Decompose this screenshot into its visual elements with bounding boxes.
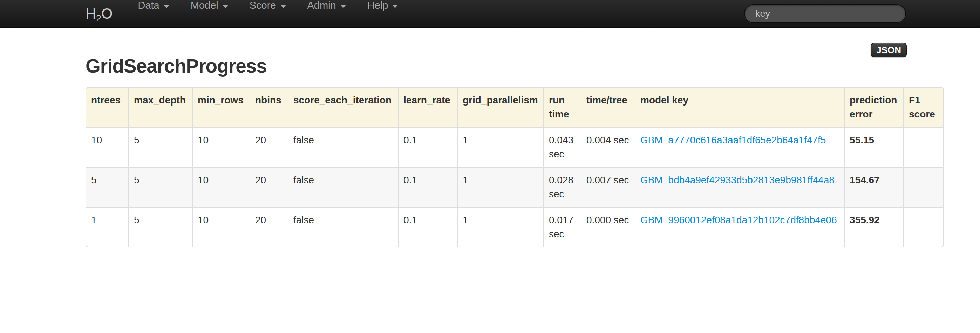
menu-data[interactable]: Data: [127, 0, 180, 11]
grid-search-results-table-wrap: ntrees max_depth min_rows nbins score_ea…: [86, 87, 944, 247]
navbar-search-form: [744, 4, 906, 23]
column-header-learn-rate: learn_rate: [398, 88, 457, 127]
cell-learn-rate: 0.1: [398, 207, 457, 247]
column-header-ntrees: ntrees: [86, 88, 129, 127]
cell-score-each-iteration: false: [288, 127, 398, 167]
menu-score[interactable]: Score: [239, 0, 297, 11]
cell-nbins: 20: [250, 167, 288, 207]
column-header-nbins: nbins: [250, 88, 288, 127]
cell-ntrees: 5: [86, 167, 129, 207]
menu-model[interactable]: Model: [180, 0, 239, 11]
column-header-f1-score: F1 score: [904, 88, 943, 127]
table-row: 10 5 10 20 false 0.1 1 0.043 sec 0.004 s…: [86, 127, 943, 167]
cell-model-key: GBM_a7770c616a3aaf1df65e2b64a1f47f5: [635, 127, 844, 167]
chevron-down-icon: [163, 5, 170, 8]
cell-min-rows: 10: [192, 127, 250, 167]
cell-time-per-tree: 0.007 sec: [581, 167, 635, 207]
cell-learn-rate: 0.1: [398, 167, 457, 207]
key-search-input[interactable]: [744, 4, 906, 23]
cell-ntrees: 1: [86, 207, 129, 247]
chevron-down-icon: [392, 5, 398, 8]
grid-search-results-table: ntrees max_depth min_rows nbins score_ea…: [86, 88, 943, 247]
cell-run-time: 0.017 sec: [544, 207, 581, 247]
column-header-score-each-iteration: score_each_iteration: [288, 88, 398, 127]
model-key-link[interactable]: GBM_9960012ef08a1da12b102c7df8bb4e06: [640, 215, 837, 225]
json-button[interactable]: JSON: [871, 43, 907, 57]
main-content: GridSearchProgress ntrees max_depth min_…: [0, 55, 980, 247]
column-header-grid-parallelism: grid_parallelism: [457, 88, 544, 127]
menu-help[interactable]: Help: [357, 0, 409, 11]
cell-max-depth: 5: [129, 127, 192, 167]
chevron-down-icon: [340, 5, 346, 8]
brand-letter-h: H: [86, 5, 96, 22]
column-header-min-rows: min_rows: [192, 88, 250, 127]
cell-time-per-tree: 0.000 sec: [581, 207, 635, 247]
cell-grid-parallelism: 1: [457, 127, 544, 167]
menu-model-label: Model: [191, 0, 218, 11]
cell-f1-score: [904, 167, 943, 207]
cell-ntrees: 10: [86, 127, 129, 167]
brand-letter-o: O: [101, 5, 113, 22]
cell-min-rows: 10: [192, 167, 250, 207]
cell-grid-parallelism: 1: [457, 167, 544, 207]
cell-model-key: GBM_bdb4a9ef42933d5b2813e9b981ff44a8: [635, 167, 844, 207]
cell-time-per-tree: 0.004 sec: [581, 127, 635, 167]
main-menu: Data Model Score Admin Help: [127, 0, 409, 28]
top-navbar: H2O Data Model Score Admin Help: [0, 0, 980, 28]
cell-min-rows: 10: [192, 207, 250, 247]
cell-max-depth: 5: [129, 207, 192, 247]
menu-help-label: Help: [368, 0, 388, 11]
cell-prediction-error: 55.15: [844, 127, 904, 167]
column-header-run-time: run time: [544, 88, 581, 127]
cell-nbins: 20: [250, 127, 288, 167]
chevron-down-icon: [280, 5, 286, 8]
model-key-link[interactable]: GBM_a7770c616a3aaf1df65e2b64a1f47f5: [640, 135, 826, 145]
cell-model-key: GBM_9960012ef08a1da12b102c7df8bb4e06: [635, 207, 844, 247]
cell-f1-score: [904, 207, 943, 247]
cell-nbins: 20: [250, 207, 288, 247]
column-header-prediction-error: prediction error: [844, 88, 904, 127]
cell-prediction-error: 355.92: [844, 207, 904, 247]
model-key-link[interactable]: GBM_bdb4a9ef42933d5b2813e9b981ff44a8: [640, 175, 835, 185]
page-title: GridSearchProgress: [86, 55, 980, 77]
table-header-row: ntrees max_depth min_rows nbins score_ea…: [86, 88, 943, 127]
cell-run-time: 0.028 sec: [544, 167, 581, 207]
menu-score-label: Score: [250, 0, 276, 11]
table-row: 1 5 10 20 false 0.1 1 0.017 sec 0.000 se…: [86, 207, 943, 247]
column-header-time-per-tree: time/tree: [581, 88, 635, 127]
cell-score-each-iteration: false: [288, 167, 398, 207]
cell-run-time: 0.043 sec: [544, 127, 581, 167]
menu-admin[interactable]: Admin: [297, 0, 357, 11]
brand-subscript-2: 2: [96, 13, 101, 24]
cell-max-depth: 5: [129, 167, 192, 207]
menu-data-label: Data: [138, 0, 159, 11]
cell-grid-parallelism: 1: [457, 207, 544, 247]
column-header-max-depth: max_depth: [129, 88, 192, 127]
column-header-model-key: model key: [635, 88, 844, 127]
chevron-down-icon: [222, 5, 229, 8]
h2o-logo[interactable]: H2O: [86, 5, 113, 22]
table-row: 5 5 10 20 false 0.1 1 0.028 sec 0.007 se…: [86, 167, 943, 207]
cell-learn-rate: 0.1: [398, 127, 457, 167]
cell-prediction-error: 154.67: [844, 167, 904, 207]
cell-f1-score: [904, 127, 943, 167]
cell-score-each-iteration: false: [288, 207, 398, 247]
menu-admin-label: Admin: [307, 0, 336, 11]
